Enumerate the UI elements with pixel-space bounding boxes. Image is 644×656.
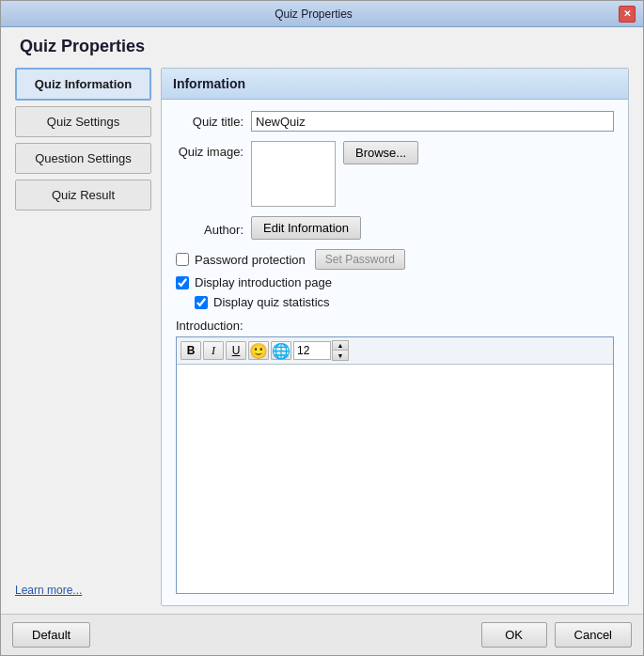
- dialog-window: Quiz Properties ✕ Quiz Properties Quiz I…: [0, 0, 644, 656]
- quiz-title-label: Quiz title:: [176, 111, 251, 129]
- title-bar: Quiz Properties ✕: [1, 1, 643, 27]
- emoji-button-1[interactable]: 🙂: [248, 341, 269, 360]
- font-size-input[interactable]: [293, 341, 331, 360]
- edit-information-button[interactable]: Edit Information: [251, 216, 361, 240]
- sidebar-item-question-settings[interactable]: Question Settings: [15, 143, 151, 174]
- default-button[interactable]: Default: [12, 622, 90, 648]
- main-area: Quiz Information Quiz Settings Question …: [15, 68, 629, 606]
- image-box: [251, 141, 336, 207]
- introduction-label: Introduction:: [176, 319, 614, 333]
- sidebar-item-quiz-result[interactable]: Quiz Result: [15, 180, 151, 211]
- italic-button[interactable]: I: [203, 341, 224, 360]
- password-protection-label: Password protection: [195, 253, 306, 267]
- bold-button[interactable]: B: [181, 341, 201, 360]
- footer-right-buttons: OK Cancel: [481, 622, 632, 648]
- author-label: Author:: [176, 219, 251, 237]
- emoji-icon-2: 🌐: [272, 342, 291, 360]
- display-introduction-checkbox[interactable]: [176, 276, 189, 289]
- emoji-icon-1: 🙂: [249, 342, 268, 360]
- cancel-button[interactable]: Cancel: [555, 622, 632, 648]
- sidebar-item-quiz-settings[interactable]: Quiz Settings: [15, 106, 151, 137]
- image-area: Browse...: [251, 141, 418, 207]
- dialog-title: Quiz Properties: [15, 37, 629, 56]
- title-bar-text: Quiz Properties: [8, 8, 619, 21]
- quiz-image-row: Quiz image: Browse...: [176, 141, 614, 207]
- password-protection-row: Password protection Set Password: [176, 249, 614, 270]
- content-panel: Information Quiz title: Quiz image: Brow…: [161, 68, 629, 606]
- display-stats-label: Display quiz statistics: [213, 295, 330, 309]
- font-size-spinner: ▲ ▼: [332, 340, 349, 361]
- font-size-up-button[interactable]: ▲: [333, 341, 348, 351]
- dialog-footer: Default OK Cancel: [1, 614, 643, 655]
- display-intro-row: Display introduction page: [176, 275, 614, 289]
- dialog-content: Quiz Properties Quiz Information Quiz Se…: [1, 27, 643, 606]
- emoji-button-2[interactable]: 🌐: [271, 341, 291, 360]
- learn-more-link[interactable]: Learn more...: [15, 584, 82, 597]
- display-introduction-label: Display introduction page: [195, 275, 332, 289]
- quiz-image-label: Quiz image:: [176, 141, 251, 159]
- password-protection-checkbox[interactable]: [176, 253, 189, 266]
- sidebar-learn-more: Learn more...: [15, 583, 151, 606]
- set-password-button[interactable]: Set Password: [315, 249, 405, 270]
- sidebar-item-quiz-information[interactable]: Quiz Information: [15, 68, 151, 101]
- close-button[interactable]: ✕: [619, 6, 636, 23]
- ok-button[interactable]: OK: [481, 622, 547, 648]
- editor-toolbar: B I U 🙂 🌐 ▲ ▼: [177, 337, 613, 365]
- browse-button[interactable]: Browse...: [343, 141, 418, 164]
- sidebar: Quiz Information Quiz Settings Question …: [15, 68, 161, 606]
- content-body: Quiz title: Quiz image: Browse... Author: [162, 100, 628, 605]
- display-stats-checkbox[interactable]: [195, 296, 208, 309]
- author-row: Author: Edit Information: [176, 216, 614, 240]
- quiz-title-row: Quiz title:: [176, 111, 614, 132]
- font-size-down-button[interactable]: ▼: [333, 351, 348, 360]
- quiz-title-input[interactable]: [251, 111, 614, 132]
- close-icon: ✕: [623, 8, 631, 19]
- display-stats-row: Display quiz statistics: [176, 295, 614, 309]
- editor-content[interactable]: [177, 365, 613, 593]
- underline-button[interactable]: U: [226, 341, 246, 360]
- content-header: Information: [162, 69, 628, 100]
- editor-area: B I U 🙂 🌐 ▲ ▼: [176, 336, 614, 594]
